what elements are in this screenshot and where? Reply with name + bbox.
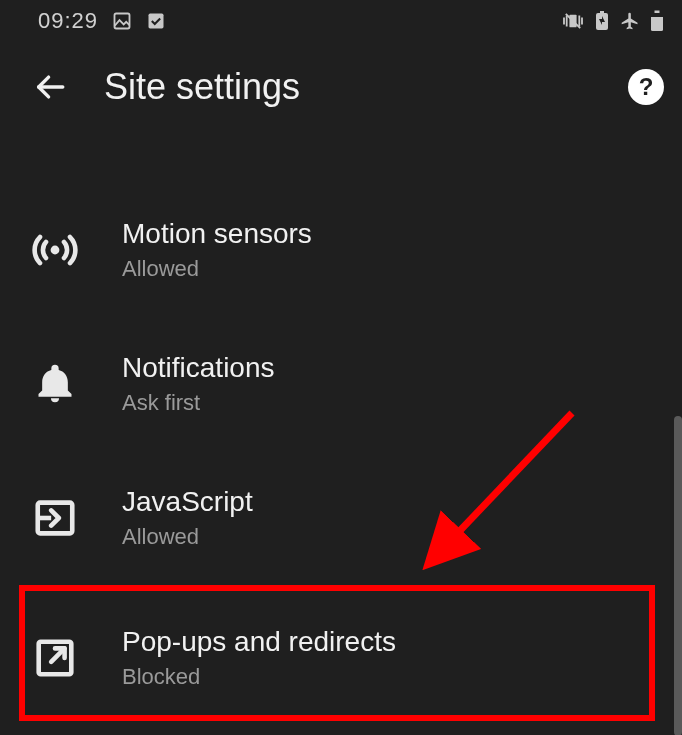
status-left: 09:29	[38, 8, 166, 34]
javascript-icon	[28, 491, 82, 545]
item-text: JavaScript Allowed	[122, 486, 253, 550]
battery-icon	[650, 10, 664, 32]
setting-motion-sensors[interactable]: Motion sensors Allowed	[0, 190, 682, 310]
svg-rect-0	[115, 14, 130, 29]
item-text: Notifications Ask first	[122, 352, 275, 416]
help-icon: ?	[628, 69, 664, 105]
item-status: Allowed	[122, 524, 253, 550]
back-button[interactable]	[30, 67, 70, 107]
svg-rect-5	[600, 11, 604, 14]
item-title: Notifications	[122, 352, 275, 384]
settings-list: Motion sensors Allowed Notifications Ask…	[0, 132, 682, 718]
notifications-icon	[28, 357, 82, 411]
item-title: Pop-ups and redirects	[122, 626, 396, 658]
item-title: Motion sensors	[122, 218, 312, 250]
setting-popups-redirects[interactable]: Pop-ups and redirects Blocked	[0, 578, 682, 718]
scroll-indicator[interactable]	[674, 416, 682, 735]
image-icon	[112, 11, 132, 31]
motion-sensors-icon	[28, 223, 82, 277]
help-button[interactable]: ?	[628, 69, 664, 105]
item-text: Motion sensors Allowed	[122, 218, 312, 282]
svg-rect-8	[651, 13, 663, 17]
item-status: Blocked	[122, 664, 396, 690]
vibrate-off-icon	[562, 12, 584, 30]
popup-icon	[28, 631, 82, 685]
page-title: Site settings	[104, 66, 594, 108]
battery-saver-icon	[594, 11, 610, 31]
arrow-left-icon	[33, 70, 67, 104]
item-status: Ask first	[122, 390, 275, 416]
item-status: Allowed	[122, 256, 312, 282]
setting-notifications[interactable]: Notifications Ask first	[0, 310, 682, 458]
status-time: 09:29	[38, 8, 98, 34]
svg-text:?: ?	[639, 73, 654, 100]
checkbox-icon	[146, 11, 166, 31]
status-right	[562, 10, 664, 32]
header: Site settings ?	[0, 42, 682, 132]
svg-rect-1	[149, 14, 164, 29]
status-bar: 09:29	[0, 0, 682, 42]
airplane-icon	[620, 11, 640, 31]
item-text: Pop-ups and redirects Blocked	[122, 626, 396, 690]
setting-javascript[interactable]: JavaScript Allowed	[0, 458, 682, 578]
item-title: JavaScript	[122, 486, 253, 518]
svg-point-12	[51, 246, 60, 255]
